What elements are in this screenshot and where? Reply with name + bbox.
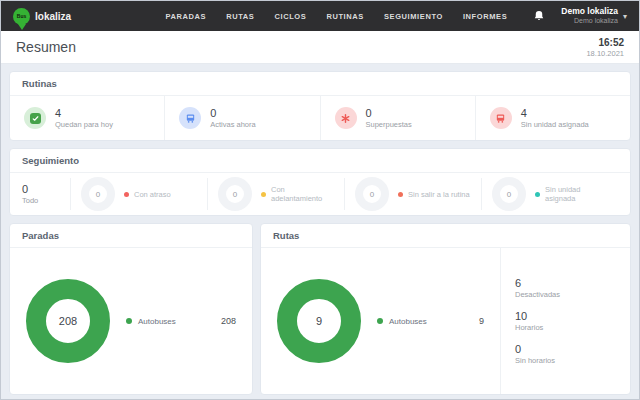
stat-label: Activas ahora <box>210 120 255 129</box>
stat-text: 4 Sin unidad asignada <box>521 107 589 129</box>
rutas-side-stats: 6 Desactivadas 10 Horarios 0 Sin horario… <box>500 248 630 394</box>
gauge-value: 0 <box>507 190 511 199</box>
dashboard-content: Rutinas 4 Quedan para hoy <box>1 64 639 400</box>
legend-label: Sin salir a la rutina <box>408 190 470 199</box>
donut-center-value: 9 <box>316 315 322 327</box>
asterisk-icon <box>335 107 357 129</box>
legend-dot-icon <box>377 318 383 324</box>
user-menu[interactable]: Demo lokaliza Demo lokaliza ▾ <box>561 6 627 25</box>
stat-value: 0 <box>515 343 630 356</box>
stat-sin-unidad-asignada-seg: 0 Sin unidad asignada <box>481 178 618 210</box>
stat-sin-unidad-asignada: 4 Sin unidad asignada <box>476 96 630 140</box>
user-org: Demo lokaliza <box>561 17 618 26</box>
rutas-card: Rutas 9 Autobuses 9 6 Desactivadas <box>260 223 631 395</box>
gauge-legend: Sin unidad asignada <box>535 185 608 203</box>
stat-horarios: 10 Horarios <box>515 310 630 332</box>
stat-con-atraso: 0 Con atraso <box>70 178 207 210</box>
clock: 16:52 18.10.2021 <box>586 36 624 59</box>
nav-item-paradas[interactable]: PARADAS <box>165 12 206 21</box>
bus-icon <box>179 107 201 129</box>
rutas-card-title: Rutas <box>261 224 630 248</box>
rutas-donut-chart: 9 <box>277 279 361 363</box>
legend-value: 208 <box>221 316 236 326</box>
legend-label: Sin unidad asignada <box>545 185 608 203</box>
map-pin-icon: Bus <box>13 8 30 25</box>
nav-item-seguimiento[interactable]: SEGUIMIENTO <box>384 12 443 21</box>
gauge-value: 0 <box>96 190 100 199</box>
legend-label: Con adelantamiento <box>271 185 334 203</box>
legend-dot-icon <box>261 192 266 197</box>
stat-text: 0 Activas ahora <box>210 107 255 129</box>
nav-item-ciclos[interactable]: CICLOS <box>274 12 306 21</box>
main-nav: PARADAS RUTAS CICLOS RUTINAS SEGUIMIENTO… <box>165 12 507 21</box>
stat-value: 0 <box>366 107 412 120</box>
stat-superpuestas: 0 Superpuestas <box>321 96 476 140</box>
legend-dot-icon <box>126 318 132 324</box>
stat-sin-horarios: 0 Sin horarios <box>515 343 630 365</box>
stat-label: Superpuestas <box>366 120 412 129</box>
logo-pin-text: Bus <box>17 13 26 19</box>
logo-brand-text: lokaliza <box>35 11 71 22</box>
gauge-legend: Con adelantamiento <box>261 185 334 203</box>
legend-label: Con atraso <box>134 190 171 199</box>
check-badge-icon <box>24 107 46 129</box>
bottom-row: Paradas 208 Autobuses 208 Rutas 9 <box>9 223 631 395</box>
stat-label: Horarios <box>515 323 630 332</box>
legend-dot-icon <box>398 192 403 197</box>
paradas-donut-chart: 208 <box>26 279 110 363</box>
stat-value: 6 <box>515 277 630 290</box>
gauge-value: 0 <box>233 190 237 199</box>
stat-todo: 0 Todo <box>22 183 70 205</box>
paradas-legend: Autobuses 208 <box>126 316 236 326</box>
seguimiento-stats: 0 Todo 0 Con atraso 0 Con adelantamie <box>10 173 630 215</box>
gauge-value: 0 <box>370 190 374 199</box>
stat-label: Desactivadas <box>515 290 630 299</box>
top-navbar: Bus lokaliza PARADAS RUTAS CICLOS RUTINA… <box>1 1 639 31</box>
legend-dot-icon <box>535 192 540 197</box>
gauge-ring: 0 <box>355 177 389 211</box>
stat-sin-salir-a-la-rutina: 0 Sin salir a la rutina <box>344 178 481 210</box>
nav-item-rutas[interactable]: RUTAS <box>226 12 254 21</box>
stat-desactivadas: 6 Desactivadas <box>515 277 630 299</box>
seguimiento-card: Seguimiento 0 Todo 0 Con atraso 0 <box>9 148 631 216</box>
paradas-card: Paradas 208 Autobuses 208 <box>9 223 253 395</box>
seguimiento-card-title: Seguimiento <box>10 149 630 173</box>
clock-time: 16:52 <box>586 36 624 49</box>
legend-label: Autobuses <box>138 317 176 326</box>
rutinas-card: Rutinas 4 Quedan para hoy <box>9 71 631 141</box>
page-header: Resumen 16:52 18.10.2021 <box>1 31 639 64</box>
legend-value: 9 <box>479 316 484 326</box>
stat-label: Sin unidad asignada <box>521 120 589 129</box>
stat-value: 10 <box>515 310 630 323</box>
notifications-bell-icon[interactable] <box>533 10 545 22</box>
paradas-card-title: Paradas <box>10 224 252 248</box>
gauge-legend: Sin salir a la rutina <box>398 190 470 199</box>
gauge-ring: 0 <box>81 177 115 211</box>
chevron-down-icon: ▾ <box>623 12 627 21</box>
stat-text: 0 Superpuestas <box>366 107 412 129</box>
user-text: Demo lokaliza Demo lokaliza <box>561 6 618 25</box>
rutinas-card-title: Rutinas <box>10 72 630 96</box>
stat-value: 4 <box>55 107 113 120</box>
stat-value: 0 <box>210 107 255 120</box>
rutas-chart: 9 Autobuses 9 <box>261 248 500 394</box>
nav-item-rutinas[interactable]: RUTINAS <box>326 12 364 21</box>
stat-label: Sin horarios <box>515 356 630 365</box>
app-logo[interactable]: Bus lokaliza <box>13 8 71 25</box>
user-name: Demo lokaliza <box>561 6 618 17</box>
stat-text: 4 Quedan para hoy <box>55 107 113 129</box>
stat-quedan-para-hoy: 4 Quedan para hoy <box>10 96 165 140</box>
gauge-ring: 0 <box>218 177 252 211</box>
page-title: Resumen <box>16 39 76 55</box>
gauge-legend: Con atraso <box>124 190 171 199</box>
stat-value: 4 <box>521 107 589 120</box>
rutas-chart-body: 9 Autobuses 9 6 Desactivadas 10 <box>261 248 630 394</box>
stat-activas-ahora: 0 Activas ahora <box>165 96 320 140</box>
stat-label: Quedan para hoy <box>55 120 113 129</box>
clock-date: 18.10.2021 <box>586 49 624 59</box>
donut-center-value: 208 <box>59 315 77 327</box>
legend-label: Autobuses <box>389 317 427 326</box>
nav-item-informes[interactable]: INFORMES <box>463 12 507 21</box>
stat-value: 0 <box>22 183 70 196</box>
stat-label: Todo <box>22 196 70 205</box>
